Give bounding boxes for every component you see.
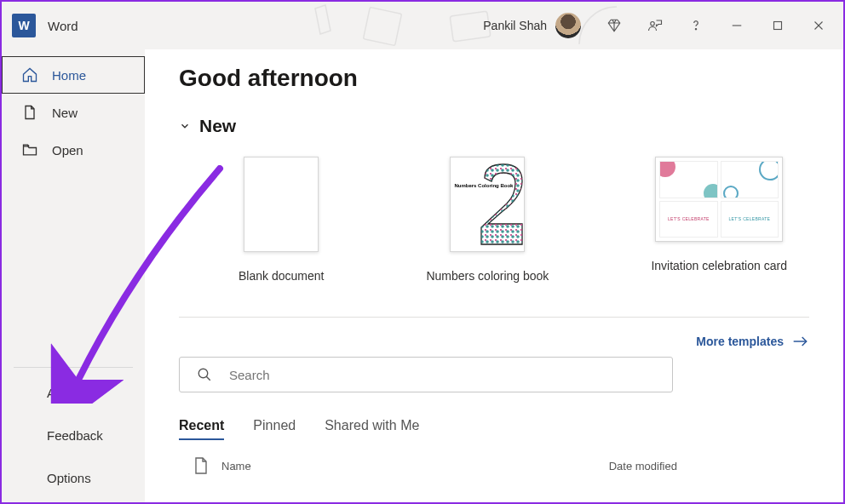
section-title: New bbox=[199, 116, 236, 136]
feedback-person-icon[interactable] bbox=[635, 6, 675, 45]
template-label: Invitation celebration card bbox=[651, 259, 787, 272]
svg-point-11 bbox=[198, 369, 208, 378]
app-title: Word bbox=[48, 19, 78, 33]
home-icon bbox=[21, 66, 38, 83]
tab-shared-with-me[interactable]: Shared with Me bbox=[325, 418, 419, 440]
user-name-label[interactable]: Pankil Shah bbox=[483, 19, 547, 32]
help-icon[interactable] bbox=[676, 6, 716, 45]
premium-diamond-icon[interactable] bbox=[595, 6, 634, 45]
close-button[interactable] bbox=[799, 6, 838, 45]
titlebar-controls: Pankil Shah bbox=[483, 2, 838, 49]
user-avatar[interactable] bbox=[555, 13, 581, 38]
sidebar-label: Feedback bbox=[47, 428, 103, 443]
template-thumbnail bbox=[244, 157, 319, 252]
sidebar-item-feedback[interactable]: Feedback bbox=[2, 414, 145, 456]
recent-tabs: Recent Pinned Shared with Me bbox=[179, 418, 809, 440]
tab-pinned[interactable]: Pinned bbox=[253, 418, 296, 440]
titlebar: W Word Pankil Shah bbox=[2, 2, 843, 49]
more-templates-label: More templates bbox=[696, 335, 784, 348]
folder-icon bbox=[21, 141, 38, 158]
sidebar: Home New Open Account Feedback Options bbox=[2, 49, 145, 502]
arrow-right-icon bbox=[792, 335, 809, 348]
template-thumbnail: Numbers Coloring Book bbox=[450, 157, 525, 252]
column-date-modified: Date modified bbox=[609, 460, 677, 472]
svg-line-12 bbox=[206, 376, 210, 381]
main-content: Good afternoon New Blank document Number… bbox=[145, 49, 843, 502]
page-title: Good afternoon bbox=[179, 65, 809, 92]
templates-row: Blank document Numbers Coloring Book Num… bbox=[239, 157, 809, 283]
template-numbers-coloring-book[interactable]: Numbers Coloring Book Numbers coloring b… bbox=[426, 157, 549, 283]
sidebar-divider bbox=[14, 367, 133, 368]
sidebar-item-account[interactable]: Account bbox=[2, 371, 145, 414]
sidebar-item-home[interactable]: Home bbox=[2, 56, 145, 94]
maximize-button[interactable] bbox=[758, 6, 797, 45]
search-box[interactable] bbox=[179, 357, 673, 392]
more-templates-link[interactable]: More templates bbox=[696, 335, 809, 348]
template-label: Blank document bbox=[239, 269, 324, 283]
chevron-down-icon bbox=[179, 120, 191, 132]
sidebar-item-open[interactable]: Open bbox=[2, 131, 145, 169]
sidebar-item-options[interactable]: Options bbox=[2, 456, 145, 499]
sidebar-label: Open bbox=[52, 143, 83, 158]
sidebar-label: Home bbox=[52, 68, 86, 83]
sidebar-item-new[interactable]: New bbox=[2, 94, 145, 131]
recent-table-header: Name Date modified bbox=[179, 457, 809, 474]
template-thumbnail: LET'S CELEBRATE LET'S CELEBRATE bbox=[655, 157, 783, 242]
sidebar-label: New bbox=[52, 106, 78, 120]
sidebar-label: Options bbox=[47, 471, 91, 485]
document-icon bbox=[21, 104, 38, 121]
template-invitation-card[interactable]: LET'S CELEBRATE LET'S CELEBRATE Invitati… bbox=[651, 157, 787, 283]
column-name: Name bbox=[221, 460, 251, 472]
tab-recent[interactable]: Recent bbox=[179, 418, 224, 440]
more-templates-row: More templates bbox=[179, 317, 809, 348]
template-label: Numbers coloring book bbox=[426, 269, 549, 283]
search-icon bbox=[197, 367, 212, 382]
search-input[interactable] bbox=[229, 368, 655, 382]
template-blank-document[interactable]: Blank document bbox=[239, 157, 324, 283]
svg-rect-0 bbox=[363, 7, 401, 45]
word-logo: W bbox=[12, 14, 36, 37]
minimize-button[interactable] bbox=[717, 6, 756, 45]
number-two-art bbox=[480, 163, 524, 248]
svg-rect-5 bbox=[774, 22, 782, 30]
svg-point-3 bbox=[695, 29, 696, 30]
new-section-header[interactable]: New bbox=[179, 116, 809, 136]
sidebar-label: Account bbox=[47, 386, 93, 400]
document-icon bbox=[194, 457, 208, 474]
svg-point-2 bbox=[651, 22, 655, 26]
